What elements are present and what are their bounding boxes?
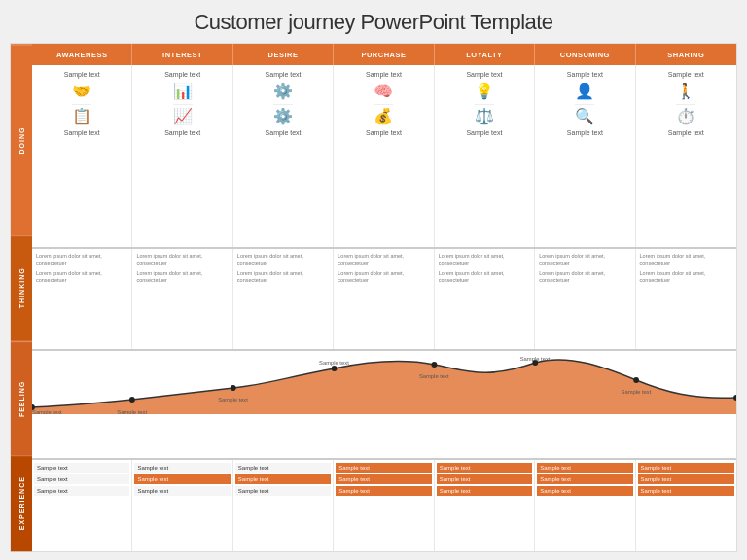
experience-col-7: Sample text Sample text Sample text — [636, 460, 736, 551]
thinking-text-3b: Lorem ipsum dolor sit amet, consectetuer — [237, 270, 329, 285]
experience-col-1: Sample text Sample text Sample text — [32, 460, 132, 551]
thinking-col-6: Lorem ipsum dolor sit amet, consectetuer… — [535, 249, 635, 348]
header-row: AWARENESS INTEREST DESIRE PURCHASE LOYAL… — [32, 44, 736, 65]
journey-table: DOING THINKING FEELING EXPERIENCE AWAREN… — [10, 43, 737, 552]
thinking-text-6b: Lorem ipsum dolor sit amet, consectetuer — [539, 270, 630, 285]
svg-text:Sample text: Sample text — [117, 409, 147, 414]
svg-point-6 — [633, 377, 639, 383]
svg-text:Sample text: Sample text — [520, 356, 551, 362]
doing-bottom-text-3: Sample text — [266, 129, 302, 136]
doing-col-5: Sample text 💡 ⚖️ Sample text — [435, 65, 535, 247]
doing-top-icon-6: 👤 — [575, 82, 594, 100]
doing-top-icon-7: 🚶 — [676, 82, 695, 100]
exp-item-5-2: Sample text — [437, 474, 532, 484]
exp-item-4-1: Sample text — [336, 463, 431, 472]
experience-section: Sample text Sample text Sample text Samp… — [32, 460, 736, 551]
doing-top-text-6: Sample text — [567, 71, 603, 78]
page-title: Customer journey PowerPoint Template — [10, 10, 737, 35]
thinking-text-5b: Lorem ipsum dolor sit amet, consectetuer — [439, 270, 530, 285]
header-loyalty: LOYALTY — [435, 44, 535, 65]
doing-top-text-4: Sample text — [366, 71, 402, 78]
thinking-col-3: Lorem ipsum dolor sit amet, consectetuer… — [233, 249, 334, 348]
svg-text:Sample text: Sample text — [319, 360, 349, 366]
doing-top-text-1: Sample text — [64, 71, 100, 78]
exp-item-7-2: Sample text — [638, 474, 734, 484]
thinking-text-1b: Lorem ipsum dolor sit amet, consectetuer — [36, 270, 127, 285]
exp-item-5-3: Sample text — [437, 486, 532, 496]
thinking-text-4b: Lorem ipsum dolor sit amet, consectetuer — [338, 270, 429, 285]
header-consuming: CONSUMING — [535, 44, 635, 65]
doing-bottom-icon-2: 📈 — [173, 104, 193, 125]
exp-item-3-3: Sample text — [235, 486, 331, 496]
doing-col-6: Sample text 👤 🔍 Sample text — [535, 65, 635, 247]
doing-bottom-icon-3: ⚙️ — [273, 104, 293, 125]
header-awareness: AWARENESS — [32, 44, 132, 65]
doing-top-text-7: Sample text — [668, 71, 704, 78]
thinking-col-1: Lorem ipsum dolor sit amet, consectetuer… — [32, 249, 132, 348]
doing-bottom-text-7: Sample text — [668, 129, 704, 136]
svg-point-4 — [432, 362, 438, 368]
svg-point-3 — [332, 366, 338, 371]
svg-text:Sample text: Sample text — [218, 397, 248, 402]
experience-label: EXPERIENCE — [11, 455, 32, 551]
doing-col-4: Sample text 🧠 💰 Sample text — [334, 65, 434, 247]
doing-col-3: Sample text ⚙️ ⚙️ Sample text — [233, 65, 334, 247]
thinking-section: Lorem ipsum dolor sit amet, consectetuer… — [32, 249, 736, 350]
doing-bottom-text-2: Sample text — [164, 129, 200, 136]
header-desire: DESIRE — [233, 44, 334, 65]
thinking-col-2: Lorem ipsum dolor sit amet, consectetuer… — [132, 249, 232, 348]
doing-top-icon-2: 📊 — [173, 82, 193, 100]
exp-item-3-2: Sample text — [235, 474, 331, 484]
doing-col-2: Sample text 📊 📈 Sample text — [132, 65, 232, 247]
doing-top-icon-1: 🤝 — [72, 82, 91, 100]
doing-bottom-icon-6: 🔍 — [575, 104, 594, 125]
thinking-text-2b: Lorem ipsum dolor sit amet, consectetuer — [136, 270, 228, 285]
doing-bottom-text-4: Sample text — [366, 129, 402, 136]
exp-item-2-1: Sample text — [134, 463, 230, 472]
doing-bottom-text-1: Sample text — [64, 129, 100, 136]
doing-top-icon-5: 💡 — [475, 82, 494, 100]
exp-item-1-3: Sample text — [34, 486, 129, 496]
svg-point-1 — [129, 397, 135, 402]
experience-col-3: Sample text Sample text Sample text — [233, 460, 334, 551]
header-purchase: PURCHASE — [334, 44, 434, 65]
thinking-text-2a: Lorem ipsum dolor sit amet, consectetuer — [136, 253, 228, 267]
exp-item-2-2: Sample text — [134, 474, 230, 484]
feeling-chart: Sample text Sample text Sample text Samp… — [32, 351, 736, 414]
doing-bottom-icon-1: 📋 — [72, 104, 91, 125]
doing-col-1: Sample text 🤝 📋 Sample text — [32, 65, 132, 247]
thinking-text-5a: Lorem ipsum dolor sit amet, consectetuer — [439, 253, 530, 267]
feeling-label: FEELING — [11, 341, 32, 455]
main-container: Customer journey PowerPoint Template DOI… — [0, 0, 747, 560]
thinking-text-3a: Lorem ipsum dolor sit amet, consectetuer — [237, 253, 329, 267]
doing-bottom-text-6: Sample text — [567, 129, 603, 136]
exp-item-2-3: Sample text — [134, 486, 230, 496]
thinking-text-7b: Lorem ipsum dolor sit amet, consectetuer — [640, 270, 732, 285]
doing-section: Sample text 🤝 📋 Sample text Sample text … — [32, 65, 736, 249]
doing-top-text-2: Sample text — [164, 71, 200, 78]
experience-col-5: Sample text Sample text Sample text — [435, 460, 535, 551]
experience-col-6: Sample text Sample text Sample text — [535, 460, 635, 551]
doing-top-text-3: Sample text — [266, 71, 302, 78]
doing-top-icon-3: ⚙️ — [273, 82, 293, 100]
thinking-col-5: Lorem ipsum dolor sit amet, consectetuer… — [435, 249, 535, 348]
exp-item-7-3: Sample text — [638, 486, 734, 496]
doing-top-icon-4: 🧠 — [374, 82, 393, 100]
doing-bottom-icon-5: ⚖️ — [475, 104, 494, 125]
thinking-col-4: Lorem ipsum dolor sit amet, consectetuer… — [334, 249, 434, 348]
exp-item-7-1: Sample text — [638, 463, 734, 472]
thinking-label: THINKING — [11, 235, 32, 340]
exp-item-4-3: Sample text — [336, 486, 431, 496]
header-sharing: SHARING — [636, 44, 736, 65]
thinking-text-1a: Lorem ipsum dolor sit amet, consectetuer — [36, 253, 127, 267]
svg-point-2 — [231, 385, 236, 391]
exp-item-1-1: Sample text — [34, 463, 129, 472]
doing-label: DOING — [11, 44, 32, 235]
exp-item-6-3: Sample text — [537, 486, 632, 496]
doing-bottom-icon-4: 💰 — [374, 104, 393, 125]
doing-top-text-5: Sample text — [466, 71, 502, 78]
header-interest: INTEREST — [132, 44, 232, 65]
exp-item-4-2: Sample text — [336, 474, 431, 484]
thinking-col-7: Lorem ipsum dolor sit amet, consectetuer… — [636, 249, 736, 348]
experience-col-2: Sample text Sample text Sample text — [132, 460, 232, 551]
